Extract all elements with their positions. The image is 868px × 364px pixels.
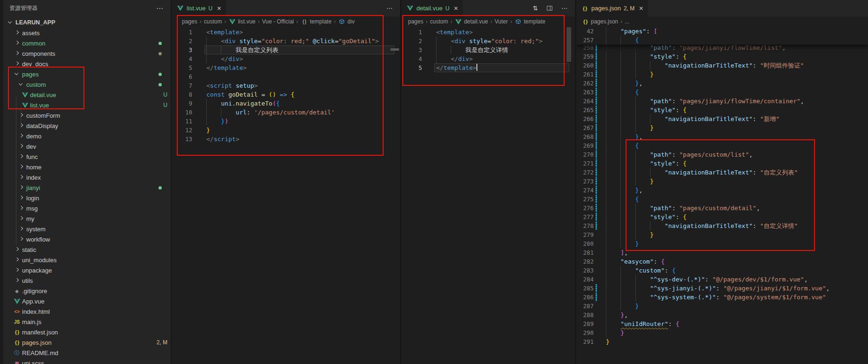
ellipsis-icon[interactable]: ⋯ bbox=[386, 5, 393, 12]
line-number[interactable]: 263 bbox=[576, 88, 594, 97]
line-number[interactable]: 42 bbox=[576, 27, 594, 36]
close-icon[interactable]: ✕ bbox=[639, 5, 643, 12]
breadcrumb-item[interactable]: { }template bbox=[301, 18, 332, 25]
code-line-9[interactable]: 9uni.navigateTo({ bbox=[172, 99, 400, 108]
ellipsis-icon[interactable]: ⋯ bbox=[561, 5, 568, 12]
line-number[interactable]: 275 bbox=[576, 195, 594, 204]
tree-item-components[interactable]: components bbox=[3, 48, 171, 59]
code-line-271[interactable]: 271"style": { bbox=[576, 159, 868, 168]
line-number[interactable]: 4 bbox=[401, 54, 422, 63]
line-number[interactable]: 264 bbox=[576, 97, 594, 106]
line-number[interactable]: 10 bbox=[172, 108, 192, 117]
tree-item-index[interactable]: index bbox=[3, 172, 171, 182]
code-line-279[interactable]: 279} bbox=[576, 230, 868, 239]
breadcrumb-item[interactable]: Vuter bbox=[495, 18, 508, 25]
line-number[interactable]: 3 bbox=[401, 46, 422, 54]
tree-item-system[interactable]: system bbox=[3, 224, 171, 234]
code-line-287[interactable]: 287} bbox=[576, 302, 868, 311]
close-icon[interactable]: ✕ bbox=[453, 5, 458, 12]
breadcrumb-item[interactable]: template bbox=[514, 18, 545, 25]
code-line-266[interactable]: 266"navigationBarTitleText": "新增" bbox=[576, 114, 868, 123]
code-line-272[interactable]: 272"navigationBarTitleText": "自定义列表" bbox=[576, 168, 868, 177]
tree-item-workflow[interactable]: workflow bbox=[3, 234, 171, 244]
line-number[interactable]: 261 bbox=[576, 70, 594, 79]
code-line-5[interactable]: 5</template> bbox=[401, 63, 575, 72]
code-line-267[interactable]: 267} bbox=[576, 123, 868, 132]
line-number[interactable]: 2 bbox=[172, 37, 192, 46]
scrollbar-thumb[interactable] bbox=[566, 27, 571, 62]
tree-item-my[interactable]: my bbox=[3, 213, 171, 224]
line-number[interactable]: 260 bbox=[576, 61, 594, 70]
code-line-283[interactable]: 283"custom": { bbox=[576, 266, 868, 275]
code-line-1[interactable]: 1<template> bbox=[172, 28, 400, 37]
code-line-268[interactable]: 268}, bbox=[576, 132, 868, 141]
line-number[interactable]: 289 bbox=[576, 319, 594, 328]
tree-item-unpackage[interactable]: unpackage bbox=[3, 265, 171, 275]
code-line-263[interactable]: 263{ bbox=[576, 88, 868, 97]
line-number[interactable]: 2 bbox=[401, 37, 422, 46]
code-line-4[interactable]: 4</div> bbox=[172, 54, 400, 63]
code-line-6[interactable]: 6 bbox=[172, 72, 400, 81]
line-number[interactable]: 269 bbox=[576, 141, 594, 150]
tree-item-demo[interactable]: demo bbox=[3, 131, 171, 141]
line-number[interactable]: 285 bbox=[576, 284, 594, 293]
code-line-265[interactable]: 265"style": { bbox=[576, 106, 868, 114]
code-editor[interactable]: 1<template>2<div style="color: red;">3我是… bbox=[401, 27, 575, 364]
code-line-257[interactable]: 257{ bbox=[576, 36, 868, 45]
tab-pages-json[interactable]: { }pages.json2, M✕ bbox=[576, 0, 648, 16]
code-line-281[interactable]: 281], bbox=[576, 248, 868, 257]
code-line-10[interactable]: 10url: '/pages/custom/detail' bbox=[172, 108, 400, 117]
line-number[interactable]: 4 bbox=[172, 54, 192, 63]
more-actions-icon[interactable]: ⋯ bbox=[156, 4, 164, 13]
line-number[interactable]: 278 bbox=[576, 221, 594, 230]
tree-item-index.html[interactable]: <>index.html bbox=[3, 306, 171, 317]
code-line-278[interactable]: 278"navigationBarTitleText": "自定义详情" bbox=[576, 221, 868, 230]
code-line-264[interactable]: 264"path": "pages/jianyi/flowTime/contai… bbox=[576, 97, 868, 106]
tree-item-home[interactable]: home bbox=[3, 162, 171, 172]
code-line-274[interactable]: 274}, bbox=[576, 186, 868, 195]
line-number[interactable]: 281 bbox=[576, 248, 594, 257]
code-line-262[interactable]: 262}, bbox=[576, 79, 868, 88]
tree-item-utils[interactable]: utils bbox=[3, 275, 171, 286]
line-number[interactable]: 283 bbox=[576, 266, 594, 275]
code-line-2[interactable]: 2<div style="color: red;"> bbox=[401, 37, 575, 46]
line-number[interactable]: 279 bbox=[576, 230, 594, 239]
line-number[interactable]: 12 bbox=[172, 126, 192, 135]
line-number[interactable]: 287 bbox=[576, 302, 594, 311]
code-line-1[interactable]: 1<template> bbox=[401, 28, 575, 37]
tab-list-vue[interactable]: list.vueU✕ bbox=[172, 0, 226, 16]
breadcrumb-item[interactable]: custom bbox=[204, 18, 222, 25]
close-icon[interactable]: ✕ bbox=[217, 5, 221, 12]
breadcrumb-item[interactable]: list.vue bbox=[228, 18, 255, 25]
code-line-269[interactable]: 269{ bbox=[576, 141, 868, 150]
tree-item-App.vue[interactable]: App.vue bbox=[3, 296, 171, 306]
line-number[interactable]: 288 bbox=[576, 311, 594, 319]
code-line-42[interactable]: 42"pages": [ bbox=[576, 27, 868, 36]
code-line-285[interactable]: 285"^sys-jianyi-(.*)": "@/pages/jianyi/$… bbox=[576, 284, 868, 293]
breadcrumb-item[interactable]: detail.vue bbox=[454, 18, 488, 25]
line-number[interactable]: 266 bbox=[576, 114, 594, 123]
line-number[interactable]: 286 bbox=[576, 293, 594, 302]
tree-item-jianyi[interactable]: jianyi bbox=[3, 182, 171, 193]
breadcrumb-item[interactable]: custom bbox=[430, 18, 448, 25]
code-line-276[interactable]: 276"path": "pages/custom/detail", bbox=[576, 204, 868, 212]
tab-detail-vue[interactable]: detail.vueU✕ bbox=[401, 0, 463, 16]
breadcrumb-item[interactable]: pages bbox=[182, 18, 197, 25]
code-line-261[interactable]: 261} bbox=[576, 70, 868, 79]
line-number[interactable]: 290 bbox=[576, 328, 594, 337]
code-line-12[interactable]: 12} bbox=[172, 126, 400, 135]
tree-item-uni_modules[interactable]: uni_modules bbox=[3, 255, 171, 265]
tree-item-static[interactable]: static bbox=[3, 244, 171, 255]
tree-item-pages[interactable]: pages bbox=[3, 69, 171, 79]
line-number[interactable]: 13 bbox=[172, 135, 192, 144]
line-number[interactable]: 272 bbox=[576, 168, 594, 177]
code-line-273[interactable]: 273} bbox=[576, 177, 868, 186]
code-line-3[interactable]: 3我是自定义列表 bbox=[172, 46, 400, 54]
tree-item-.gitignore[interactable]: ◆.gitignore bbox=[3, 286, 171, 296]
breadcrumb-item[interactable]: div bbox=[338, 18, 355, 25]
code-line-270[interactable]: 270"path": "pages/custom/list", bbox=[576, 150, 868, 159]
tree-item-assets[interactable]: assets bbox=[3, 28, 171, 38]
tree-item-manifest.json[interactable]: { }manifest.json bbox=[3, 327, 171, 337]
code-line-290[interactable]: 290} bbox=[576, 328, 868, 337]
code-line-275[interactable]: 275{ bbox=[576, 195, 868, 204]
